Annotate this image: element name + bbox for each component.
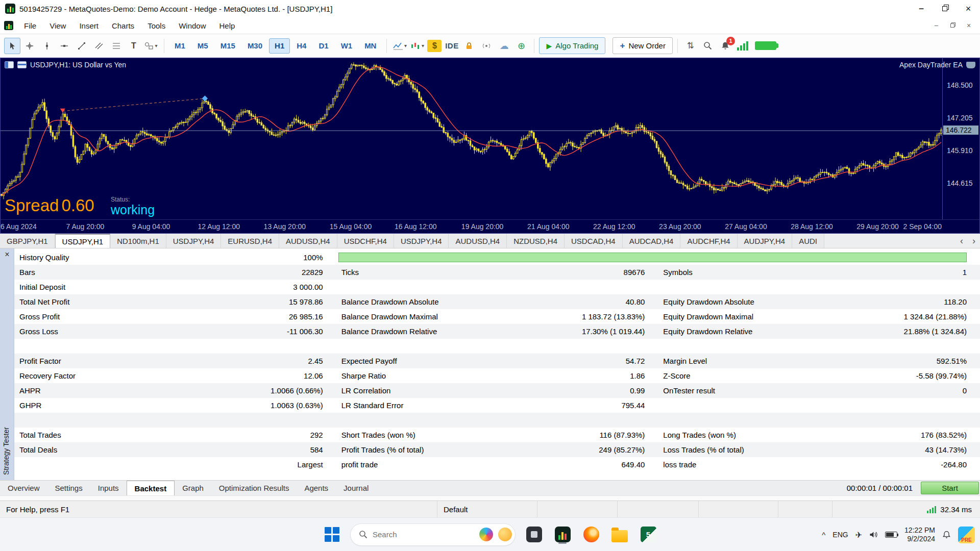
timeframe-mn[interactable]: MN: [359, 38, 382, 54]
tester-tab-backtest[interactable]: Backtest: [127, 481, 175, 495]
chart-tab-usdcad-h4[interactable]: USDCAD,H4: [565, 234, 623, 248]
chart-tab-audusd-h4[interactable]: AUDUSD,H4: [279, 234, 337, 248]
menu-item-window[interactable]: Window: [172, 19, 212, 33]
child-close-button[interactable]: ×: [961, 19, 977, 32]
taskbar-app-mt5[interactable]: [552, 524, 573, 545]
start-button[interactable]: [322, 524, 342, 545]
trendline-tool-button[interactable]: [74, 38, 90, 54]
chart-tab-usdjpy-h4[interactable]: USDJPY,H4: [166, 234, 222, 248]
notifications-button[interactable]: 1: [717, 38, 733, 54]
menu-item-tools[interactable]: Tools: [141, 19, 172, 33]
search-highlight-icon[interactable]: [498, 528, 512, 541]
chart-tab-nzdusd-h4[interactable]: NZDUSD,H4: [507, 234, 565, 248]
chart-tab-audcad-h4[interactable]: AUDCAD,H4: [623, 234, 681, 248]
depth-of-market-icon[interactable]: [5, 61, 14, 68]
menu-item-charts[interactable]: Charts: [105, 19, 141, 33]
status-latency[interactable]: 32.34 ms: [832, 501, 980, 517]
status-profile[interactable]: Default: [437, 501, 537, 517]
time-axis[interactable]: 6 Aug 20247 Aug 20:009 Aug 04:0012 Aug 1…: [1, 219, 979, 233]
chart-tab-audi[interactable]: AUDI: [792, 234, 824, 248]
tray-chevron-up[interactable]: ^: [822, 531, 825, 539]
chart-tab-gbpjpy-h1[interactable]: GBPJPY,H1: [0, 234, 55, 248]
tray-bell-icon[interactable]: [942, 531, 951, 539]
indicators-button[interactable]: ▾: [391, 38, 408, 54]
candlestick-chart[interactable]: Spread0.60 Status: working: [1, 58, 942, 219]
cloud-button[interactable]: ☁: [496, 38, 512, 54]
backtest-results-table: History Quality100%Bars22829Ticks89676Sy…: [14, 248, 980, 480]
tester-tab-settings[interactable]: Settings: [47, 481, 90, 495]
chart-canvas[interactable]: [1, 58, 942, 219]
chart-tab-usdjpy-h4[interactable]: USDJPY,H4: [394, 234, 449, 248]
tester-tab-agents[interactable]: Agents: [297, 481, 336, 495]
taskbar-app-widgets[interactable]: [524, 524, 544, 545]
timeframe-m15[interactable]: M15: [215, 38, 241, 54]
fibonacci-tool-button[interactable]: [108, 38, 125, 54]
copilot-icon[interactable]: [479, 528, 493, 541]
start-button[interactable]: Start: [921, 482, 979, 494]
broadcast-button[interactable]: [478, 38, 495, 54]
timeframe-h1[interactable]: H1: [269, 38, 290, 54]
cursor-tool-button[interactable]: [4, 38, 20, 54]
timeframe-d1[interactable]: D1: [313, 38, 334, 54]
tester-tab-optimization-results[interactable]: Optimization Results: [211, 481, 297, 495]
tester-tab-graph[interactable]: Graph: [175, 481, 211, 495]
tray-language[interactable]: ENG: [832, 531, 848, 539]
vertical-line-tool-button[interactable]: [39, 38, 55, 54]
new-order-button[interactable]: + New Order: [612, 37, 672, 54]
tester-close-button[interactable]: ×: [0, 248, 14, 261]
minimize-button[interactable]: −: [910, 0, 933, 17]
close-button[interactable]: ×: [957, 0, 980, 17]
community-button[interactable]: ⊕: [513, 38, 529, 54]
child-restore-button[interactable]: [944, 19, 961, 32]
crosshair-tool-button[interactable]: [21, 38, 38, 54]
tabs-scroll-left-button[interactable]: ‹: [955, 234, 968, 248]
taskbar-app-explorer[interactable]: [609, 524, 630, 545]
menu-item-file[interactable]: File: [17, 19, 43, 33]
airplane-icon[interactable]: ✈: [855, 530, 862, 540]
taskbar-search[interactable]: [350, 523, 516, 546]
timeframe-m30[interactable]: M30: [242, 38, 268, 54]
ide-button[interactable]: IDE: [444, 38, 460, 54]
one-click-trading-icon[interactable]: [17, 61, 27, 68]
tester-tab-journal[interactable]: Journal: [336, 481, 376, 495]
chart-template-button[interactable]: ▾: [409, 38, 425, 54]
tabs-scroll-right-button[interactable]: ›: [968, 234, 980, 248]
chart-tab-nd100m-h1[interactable]: ND100m,H1: [110, 234, 166, 248]
restore-button[interactable]: [933, 0, 957, 17]
horizontal-line-tool-button[interactable]: [56, 38, 72, 54]
chart-tab-audjpy-h4[interactable]: AUDJPY,H4: [738, 234, 793, 248]
tester-tab-overview[interactable]: Overview: [0, 481, 47, 495]
channel-tool-button[interactable]: [91, 38, 107, 54]
menu-item-insert[interactable]: Insert: [72, 19, 105, 33]
menu-item-view[interactable]: View: [43, 19, 72, 33]
tester-tab-inputs[interactable]: Inputs: [90, 481, 127, 495]
taskbar-app-office[interactable]: 5: [638, 524, 658, 545]
speaker-icon[interactable]: [869, 531, 878, 539]
lock-button[interactable]: [461, 38, 477, 54]
tray-clock[interactable]: 12:22 PM 9/2/2024: [904, 526, 935, 543]
shapes-tool-button[interactable]: ▾: [143, 38, 159, 54]
child-minimize-button[interactable]: −: [928, 19, 944, 32]
timeframe-h4[interactable]: H4: [291, 38, 312, 54]
timeframe-m5[interactable]: M5: [192, 38, 214, 54]
timeframe-m1[interactable]: M1: [169, 38, 191, 54]
compare-button[interactable]: ⇅: [682, 38, 699, 54]
search-button[interactable]: [700, 38, 716, 54]
chart-tab-audusd-h4[interactable]: AUDUSD,H4: [449, 234, 507, 248]
resize-gutter[interactable]: [0, 495, 980, 500]
chart-tab-usdjpy-h1[interactable]: USDJPY,H1: [55, 234, 111, 248]
connection-status-button[interactable]: [734, 38, 751, 54]
chart-tab-usdchf-h4[interactable]: USDCHF,H4: [337, 234, 394, 248]
timeframe-w1[interactable]: W1: [335, 38, 358, 54]
pre-build-icon[interactable]: PRE: [958, 527, 975, 543]
market-button[interactable]: $: [426, 38, 443, 54]
search-input[interactable]: [373, 530, 474, 539]
taskbar-app-firefox[interactable]: [581, 524, 601, 545]
algo-trading-button[interactable]: ▶ Algo Trading: [539, 37, 605, 54]
chart-tab-eurusd-h4[interactable]: EURUSD,H4: [221, 234, 279, 248]
chart-tab-audchf-h4[interactable]: AUDCHF,H4: [680, 234, 737, 248]
menu-item-help[interactable]: Help: [213, 19, 242, 33]
tray-battery-icon[interactable]: [885, 532, 897, 538]
text-tool-button[interactable]: T: [126, 38, 142, 54]
price-scale[interactable]: 148.500147.205145.910144.615146.722: [942, 58, 979, 219]
